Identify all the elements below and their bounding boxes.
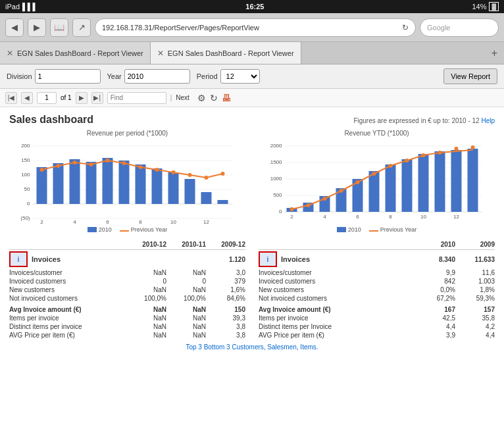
svg-text:1000: 1000 — [270, 176, 282, 182]
first-page-button[interactable]: |◀ — [5, 92, 17, 104]
help-link[interactable]: Help — [481, 117, 495, 124]
period-select[interactable]: 12 — [220, 69, 260, 84]
table-1-row-2: New customers NaN NaN 1,6% — [9, 286, 245, 294]
main-content: Sales dashboard Figures are expressed in… — [0, 107, 504, 357]
chart-1-svg: 200 150 100 50 0 (50) — [9, 139, 245, 225]
print-icon[interactable]: 🖶 — [222, 93, 231, 103]
refresh-report-icon[interactable]: ↻ — [210, 93, 218, 103]
table-1-icon[interactable]: i — [9, 251, 28, 267]
legend2-current-label: 2010 — [348, 226, 361, 233]
svg-point-65 — [307, 203, 311, 207]
svg-rect-20 — [168, 172, 179, 204]
svg-rect-60 — [418, 154, 429, 212]
svg-rect-15 — [86, 162, 97, 204]
svg-rect-17 — [119, 161, 130, 204]
svg-rect-22 — [201, 192, 212, 204]
row-0-label: Invoices/customer — [9, 269, 127, 276]
back-button[interactable]: ◀ — [5, 18, 24, 37]
page-input[interactable] — [37, 92, 57, 104]
division-input[interactable] — [35, 69, 101, 84]
legend-current-box — [88, 227, 97, 232]
tab-1[interactable]: ✕ EGN Sales DashBoard - Report Viewer — [0, 42, 151, 64]
charts-row: Revenue per period (*1000) 200 150 100 5… — [9, 130, 495, 233]
invoices-label-1: Invoices — [32, 255, 127, 263]
share-button[interactable]: ↗ — [72, 18, 91, 37]
find-input[interactable] — [107, 92, 166, 104]
table-2-row-3: Not invoiced customers 67,2% 59,3% — [259, 294, 495, 303]
table-2-row-2: New customers 0,0% 1,8% — [259, 286, 495, 294]
svg-point-31 — [155, 168, 159, 172]
tab-2-close[interactable]: ✕ — [157, 49, 164, 58]
table-2-sub-0: Items per invoice 42,5 35,8 — [259, 314, 495, 322]
svg-text:2000: 2000 — [270, 143, 282, 149]
svg-point-72 — [422, 153, 426, 157]
view-report-button[interactable]: View Report — [443, 68, 497, 84]
wifi-icon: ▌▌▌ — [22, 3, 38, 11]
chart-1-title: Revenue per period (*1000) — [9, 130, 245, 137]
table-2-icon[interactable]: i — [259, 251, 277, 267]
svg-point-29 — [122, 161, 126, 165]
svg-point-25 — [57, 164, 61, 168]
svg-point-66 — [323, 197, 327, 201]
svg-rect-58 — [386, 164, 396, 212]
chart-1: Revenue per period (*1000) 200 150 100 5… — [9, 130, 245, 233]
table-2-row-1: Invoiced customers 842 1.003 — [259, 277, 495, 286]
svg-rect-59 — [402, 159, 413, 212]
svg-rect-61 — [435, 151, 445, 212]
address-text: 192.168.178.31/ReportServer/Pages/Report… — [102, 24, 402, 32]
svg-point-73 — [438, 151, 442, 155]
chart-1-legend: 2010 Previous Year — [9, 226, 245, 233]
status-left: iPad ▌▌▌ — [5, 3, 38, 11]
tab-1-close[interactable]: ✕ — [7, 49, 13, 58]
row-0-v2: 3,0 — [206, 269, 245, 276]
battery-icon: ▓ — [489, 2, 499, 11]
bottom-link-text[interactable]: Top 3 Bottom 3 Customers, Salesmen, Item… — [186, 343, 318, 351]
add-tab-button[interactable]: + — [485, 42, 504, 64]
chart-2-title: Revenue YTD (*1000) — [259, 130, 495, 137]
svg-text:500: 500 — [273, 192, 282, 198]
svg-point-30 — [139, 165, 143, 169]
refresh-button[interactable]: ↻ — [402, 23, 409, 32]
row-0-v1: NaN — [166, 269, 206, 276]
address-bar[interactable]: 192.168.178.31/ReportServer/Pages/Report… — [95, 18, 416, 37]
table-1-row-0: Invoices/customer NaN NaN 3,0 — [9, 268, 245, 277]
svg-text:12: 12 — [203, 219, 209, 225]
table-2: 2010 2009 i Invoices 8.340 11.633 Invoic… — [259, 241, 495, 339]
table-1-row-1: Invoiced customers 0 0 379 — [9, 277, 245, 286]
svg-text:200: 200 — [21, 143, 30, 149]
year-input[interactable] — [124, 69, 190, 84]
legend-current-label: 2010 — [99, 226, 112, 233]
th-2010: 2010 — [416, 241, 455, 248]
svg-text:150: 150 — [21, 157, 30, 163]
forward-button[interactable]: ▶ — [28, 18, 46, 37]
inv2-val-2: 11.633 — [455, 256, 495, 263]
export-icon[interactable]: ⚙ — [197, 93, 206, 103]
invoices-row-1: Invoices 1.120 — [32, 255, 245, 264]
browser-chrome: ◀ ▶ 📖 ↗ 192.168.178.31/ReportServer/Page… — [0, 13, 504, 42]
period-label: Period — [197, 72, 218, 80]
svg-text:2: 2 — [40, 219, 43, 225]
svg-text:6: 6 — [356, 214, 359, 220]
svg-text:50: 50 — [24, 186, 30, 192]
table-2-headers: 2010 2009 — [259, 241, 495, 250]
svg-text:4: 4 — [73, 219, 76, 225]
find-next-button[interactable]: Next — [176, 94, 189, 101]
next-page-button[interactable]: ▶ — [76, 92, 88, 104]
svg-text:10: 10 — [420, 214, 426, 220]
bottom-link[interactable]: Top 3 Bottom 3 Customers, Salesmen, Item… — [9, 343, 495, 351]
last-page-button[interactable]: ▶| — [91, 92, 103, 104]
bookmark-button[interactable]: 📖 — [50, 18, 68, 37]
svg-text:0: 0 — [27, 201, 30, 207]
inv-val-3: 1.120 — [206, 256, 245, 263]
svg-point-24 — [40, 168, 44, 172]
svg-point-70 — [389, 164, 393, 168]
svg-text:6: 6 — [106, 219, 109, 225]
svg-text:12: 12 — [453, 214, 459, 220]
search-bar[interactable]: Google — [420, 18, 499, 37]
row-0-v0: NaN — [127, 269, 166, 276]
table-2-sub-1: Distinct items per Invoice 4,4 4,2 — [259, 322, 495, 331]
tab-2[interactable]: ✕ EGN Sales DashBoard - Report Viewer — [151, 42, 301, 64]
prev-page-button[interactable]: ◀ — [21, 92, 33, 104]
year-label: Year — [107, 72, 122, 80]
svg-text:2: 2 — [290, 214, 293, 220]
